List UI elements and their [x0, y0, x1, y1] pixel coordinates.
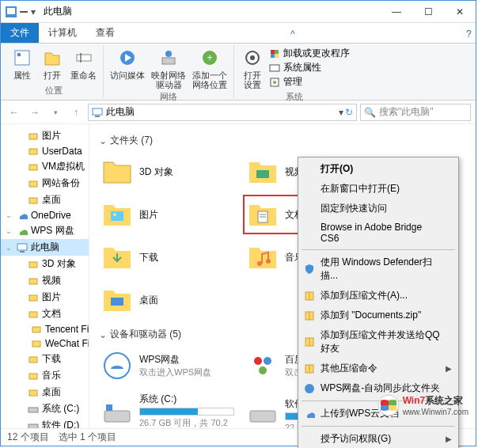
nav-item[interactable]: 文档: [1, 306, 89, 322]
ribbon-settings[interactable]: 打开 设置: [239, 45, 266, 91]
refresh-icon[interactable]: ↻: [345, 107, 353, 118]
svg-point-48: [113, 213, 116, 216]
folder-item[interactable]: 下载: [99, 239, 226, 275]
maximize-button[interactable]: ☐: [412, 1, 444, 23]
ribbon-open[interactable]: 打开: [39, 45, 66, 82]
folder-mus-icon: [247, 241, 279, 273]
ribbon-uninstall[interactable]: 卸载或更改程序: [269, 47, 350, 60]
folder-icon: [17, 242, 28, 253]
folder-item[interactable]: 桌面: [99, 282, 226, 318]
menu-item[interactable]: 在新窗口中打开(E): [300, 179, 457, 199]
refresh-icon[interactable]: ▾: [339, 107, 343, 118]
svg-rect-35: [32, 327, 40, 332]
nav-item[interactable]: 系统 (C:): [1, 401, 89, 417]
menu-separator: [302, 249, 455, 250]
nav-item[interactable]: 图片: [1, 289, 89, 306]
wps-icon: [303, 382, 316, 395]
svg-rect-30: [20, 251, 25, 252]
menu-label: 添加到压缩文件(A)...: [321, 289, 408, 302]
nav-label: Tencent Files: [45, 324, 89, 335]
back-button[interactable]: ←: [6, 104, 23, 121]
menu-item[interactable]: 添加到 "Documents.zip": [300, 306, 457, 325]
ribbon-toggle-icon[interactable]: ^: [281, 25, 300, 43]
nav-item[interactable]: ⌄此电脑: [1, 239, 89, 256]
svg-rect-47: [111, 211, 123, 221]
nav-item[interactable]: 音乐: [1, 367, 89, 384]
drive-item[interactable]: WPS网盘双击进入WPS网盘: [99, 347, 226, 384]
nav-item[interactable]: VM虚拟机: [1, 158, 89, 175]
ribbon-group-system: 打开 设置 卸载或更改程序 系统属性 管理 系统: [234, 45, 355, 98]
nav-label: UserData: [42, 146, 82, 157]
folder-item[interactable]: 3D 对象: [99, 154, 226, 190]
svg-rect-15: [271, 50, 275, 54]
tab-computer[interactable]: 计算机: [39, 23, 86, 43]
drive-item[interactable]: 系统 (C:)26.7 GB 可用，共 70.2 GB: [99, 390, 226, 428]
nav-tree[interactable]: 图片UserDataVM虚拟机网站备份桌面⌄OneDrive⌄WPS 网盘⌄此电…: [1, 124, 89, 428]
chevron-icon: ⌄: [6, 211, 13, 219]
section-folders[interactable]: ⌄文件夹 (7): [99, 134, 466, 147]
ribbon-sysprops[interactable]: 系统属性: [269, 61, 350, 74]
nav-item[interactable]: 3D 对象: [1, 256, 89, 272]
close-button[interactable]: ✕: [444, 1, 476, 23]
svg-point-14: [250, 55, 255, 60]
nav-label: 图片: [42, 290, 61, 304]
svg-point-56: [254, 357, 262, 365]
folder-icon: [101, 156, 133, 188]
nav-item[interactable]: 图片: [1, 127, 89, 144]
menu-item[interactable]: Browse in Adobe Bridge CS6: [300, 218, 457, 247]
ribbon-manage[interactable]: 管理: [269, 75, 350, 89]
menu-item[interactable]: 使用 Windows Defender扫描...: [300, 252, 457, 286]
folder-icon: [28, 420, 39, 429]
search-field[interactable]: 🔍 搜索"此电脑": [360, 104, 471, 121]
ribbon-media[interactable]: 访问媒体: [108, 45, 146, 82]
nav-item[interactable]: UserData: [1, 144, 89, 158]
folder-icon: [28, 131, 39, 142]
up-button[interactable]: ↑: [67, 104, 85, 121]
item-label: 系统 (C:): [139, 393, 234, 406]
item-label: 下载: [139, 251, 223, 264]
menu-item[interactable]: 其他压缩命令▶: [300, 359, 457, 378]
ribbon-map-drive[interactable]: 映射网络 驱动器: [150, 45, 188, 91]
tab-file[interactable]: 文件: [1, 23, 39, 43]
nav-label: 网站备份: [42, 177, 80, 190]
address-field[interactable]: 此电脑 ▾ ↻: [88, 104, 357, 121]
menu-item[interactable]: 固定到快速访问: [300, 199, 457, 218]
svg-rect-23: [95, 116, 100, 117]
folder-item[interactable]: 图片: [99, 196, 226, 233]
qat-dropdown-icon[interactable]: ▾: [31, 6, 36, 17]
chevron-down-icon: ⌄: [99, 135, 107, 146]
nav-item[interactable]: 桌面: [1, 384, 89, 401]
nav-item[interactable]: 下载: [1, 351, 89, 367]
minimize-button[interactable]: —: [381, 1, 412, 23]
ribbon-rename[interactable]: 重命名: [69, 45, 98, 82]
nav-label: 图片: [42, 129, 61, 142]
nav-label: VM虚拟机: [42, 160, 85, 173]
nav-item[interactable]: 视频: [1, 272, 89, 289]
menu-item[interactable]: 授予访问权限(G)▶: [300, 429, 457, 448]
folder-icon: [28, 146, 39, 157]
svg-point-57: [264, 357, 271, 365]
svg-rect-22: [93, 108, 102, 115]
ribbon-add-netloc[interactable]: +添加一个 网络位置: [191, 45, 229, 91]
menu-item[interactable]: 打开(O): [300, 159, 457, 179]
nav-item[interactable]: Tencent Files: [1, 322, 89, 336]
qat-icon[interactable]: [18, 6, 29, 17]
ribbon-group-location: 属性 打开 重命名 位置: [4, 45, 104, 98]
nav-item[interactable]: ⌄OneDrive: [1, 208, 89, 222]
nav-item[interactable]: 桌面: [1, 192, 89, 208]
ribbon-properties[interactable]: 属性: [9, 45, 36, 82]
nav-item[interactable]: WeChat Files: [1, 336, 89, 351]
nav-item[interactable]: 网站备份: [1, 175, 89, 192]
nav-item[interactable]: ⌄WPS 网盘: [1, 222, 89, 239]
tab-view[interactable]: 查看: [86, 23, 124, 43]
help-icon[interactable]: ?: [457, 25, 476, 43]
ribbon: 属性 打开 重命名 位置 访问媒体 映射网络 驱动器 +添加一个 网络位置 网络…: [1, 44, 476, 101]
folder-icon: [31, 338, 42, 349]
menu-item[interactable]: 添加到压缩文件并发送给QQ好友: [300, 325, 457, 359]
forward-button[interactable]: →: [26, 104, 44, 121]
nav-item[interactable]: 软件 (D:): [1, 417, 89, 428]
recent-dropdown-icon[interactable]: ▾: [47, 104, 64, 121]
submenu-arrow-icon: ▶: [446, 364, 452, 373]
menu-item[interactable]: 添加到压缩文件(A)...: [300, 286, 457, 306]
folder-icon: [28, 195, 39, 206]
